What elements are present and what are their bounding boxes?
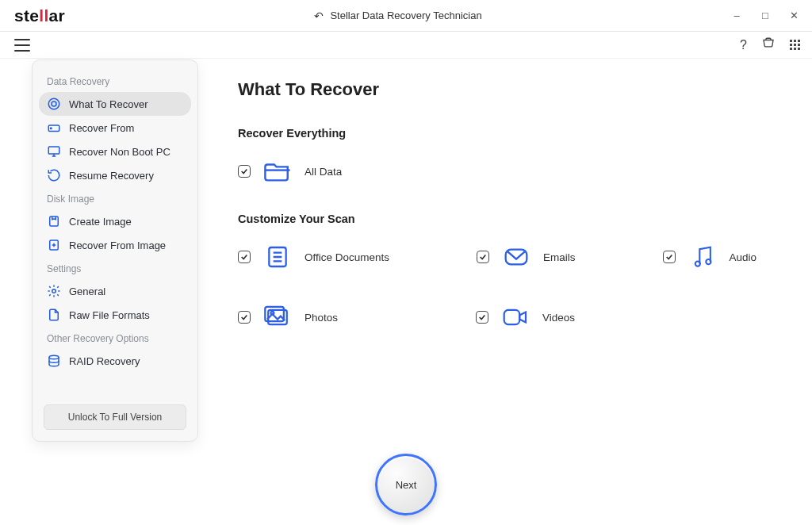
title-bar: stellar ↶ Stellar Data Recovery Technici… [0,0,812,32]
svg-rect-16 [504,310,520,324]
option-all-data[interactable]: All Data [238,157,342,186]
checkbox-all-data[interactable] [238,165,251,178]
svg-point-12 [706,259,710,264]
sidebar-group-other-recovery: Other Recovery Options [39,327,191,349]
resume-icon [47,168,61,182]
file-icon [47,308,61,322]
option-label: Office Documents [304,251,389,263]
close-button[interactable]: ✕ [788,10,799,21]
database-icon [47,354,61,368]
sidebar-item-raid-recovery[interactable]: RAID Recovery [39,349,191,373]
sidebar-item-label: Recover Non Boot PC [69,146,170,158]
sidebar-item-resume-recovery[interactable]: Resume Recovery [39,163,191,187]
page-title: What To Recover [238,79,788,100]
checkbox-videos[interactable] [476,311,488,324]
gear-icon [47,284,61,298]
photos-icon [263,303,292,331]
svg-point-7 [52,289,56,293]
main-content: What To Recover Recover Everything All D… [238,79,788,331]
monitor-icon [47,144,61,159]
drive-icon [47,121,61,135]
sidebar-item-label: What To Recover [69,98,147,110]
option-label: Audio [730,251,757,263]
sidebar-group-disk-image: Disk Image [39,187,191,209]
sidebar-item-label: Recover From Image [69,240,166,251]
svg-point-0 [48,98,59,109]
checkbox-photos[interactable] [238,311,251,324]
unlock-button[interactable]: Unlock To Full Version [44,404,186,430]
option-videos[interactable]: Videos [476,303,575,331]
option-label: Videos [542,312,575,324]
disk-image-icon [47,214,61,228]
sidebar-item-label: Resume Recovery [69,170,154,182]
app-title-wrap: ↶ Stellar Data Recovery Technician [65,10,731,22]
sidebar-item-recover-from[interactable]: Recover From [39,116,191,140]
folder-icon [263,157,292,186]
sidebar: Data Recovery What To Recover Recover Fr… [32,59,198,442]
option-label: All Data [304,166,342,178]
sidebar-item-label: Recover From [69,122,134,134]
document-icon [263,243,292,271]
sidebar-item-recover-from-image[interactable]: Recover From Image [39,233,191,257]
next-button[interactable]: Next [375,454,437,515]
checkbox-office[interactable] [238,251,251,263]
sidebar-group-settings: Settings [39,257,191,279]
email-icon [502,243,530,271]
sidebar-item-raw-file-formats[interactable]: Raw File Formats [39,303,191,327]
svg-rect-5 [50,217,59,226]
svg-point-11 [695,262,699,266]
svg-rect-4 [48,147,59,154]
audio-icon [688,243,717,271]
svg-point-1 [52,102,56,106]
sidebar-item-what-to-recover[interactable]: What To Recover [39,92,191,116]
maximize-button[interactable]: □ [760,10,771,21]
svg-point-8 [49,355,59,359]
sidebar-item-label: Create Image [69,216,132,228]
sidebar-item-label: RAID Recovery [69,355,140,367]
window-controls: – □ ✕ [731,10,799,21]
svg-point-3 [51,128,52,129]
video-icon [501,303,530,331]
apps-grid-icon[interactable] [790,40,801,51]
recover-image-icon [47,238,61,252]
app-title: Stellar Data Recovery Technician [330,10,481,21]
cart-icon[interactable] [761,36,776,54]
target-icon [47,97,61,111]
sidebar-item-label: General [69,285,105,297]
sidebar-group-data-recovery: Data Recovery [39,70,191,92]
minimize-button[interactable]: – [731,10,742,21]
option-emails[interactable]: Emails [477,243,576,271]
sidebar-item-recover-non-boot[interactable]: Recover Non Boot PC [39,140,191,163]
sidebar-item-general[interactable]: General [39,279,191,303]
undo-icon[interactable]: ↶ [314,10,324,22]
menu-icon[interactable] [14,39,30,52]
help-icon[interactable]: ? [740,38,747,52]
section-recover-everything: Recover Everything [238,127,788,140]
toolbar: ? [0,32,812,59]
option-label: Photos [304,312,338,324]
checkbox-audio[interactable] [663,251,676,263]
option-audio[interactable]: Audio [663,243,757,271]
next-label: Next [396,479,417,491]
unlock-label: Unlock To Full Version [68,412,163,423]
sidebar-item-create-image[interactable]: Create Image [39,209,191,233]
option-photos[interactable]: Photos [238,303,338,331]
checkbox-emails[interactable] [477,251,489,263]
sidebar-item-label: Raw File Formats [69,309,150,321]
option-office-documents[interactable]: Office Documents [238,243,389,271]
option-label: Emails [543,251,576,263]
section-customize-scan: Customize Your Scan [238,213,788,225]
app-logo: stellar [14,6,65,25]
